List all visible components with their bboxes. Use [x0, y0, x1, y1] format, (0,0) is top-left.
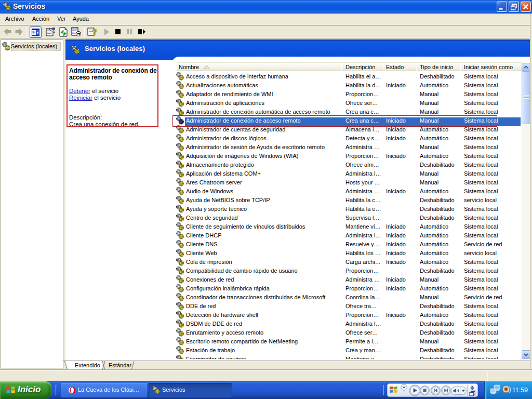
svg-text:?: ?: [92, 28, 97, 37]
